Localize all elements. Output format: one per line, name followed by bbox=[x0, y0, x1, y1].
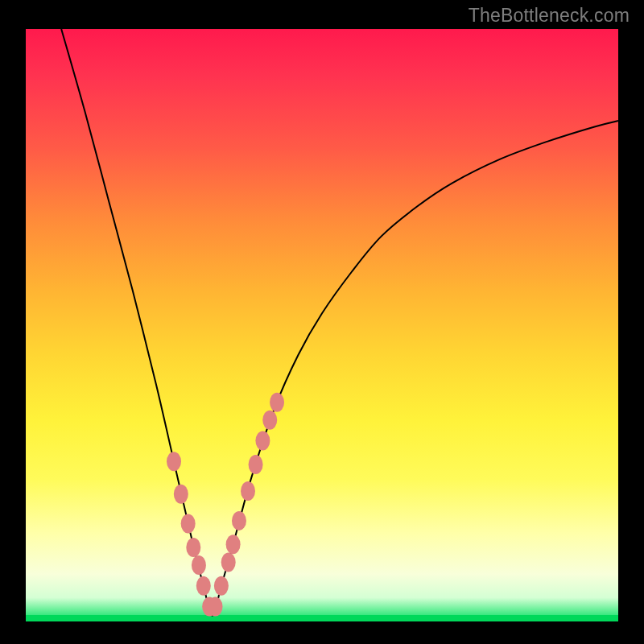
marker-point bbox=[192, 555, 206, 575]
marker-point bbox=[241, 481, 255, 501]
marker-point bbox=[255, 431, 270, 451]
marker-point bbox=[196, 576, 211, 596]
marker-point bbox=[181, 514, 196, 534]
marker-point bbox=[208, 597, 223, 617]
marker-point bbox=[232, 511, 246, 530]
marker-point bbox=[167, 452, 181, 471]
marker-point bbox=[262, 411, 277, 430]
marker-point bbox=[221, 552, 236, 572]
marker-point bbox=[249, 455, 263, 474]
marker-point bbox=[214, 576, 229, 596]
marker-point bbox=[186, 538, 200, 557]
marker-point bbox=[270, 393, 284, 412]
chart-frame: TheBottleneck.com bbox=[0, 0, 644, 644]
plot-area bbox=[26, 29, 618, 621]
bottleneck-curve bbox=[61, 29, 618, 616]
marker-point bbox=[226, 535, 241, 554]
chart-svg bbox=[26, 29, 618, 621]
marker-point bbox=[174, 485, 188, 504]
watermark-text: TheBottleneck.com bbox=[469, 5, 630, 27]
